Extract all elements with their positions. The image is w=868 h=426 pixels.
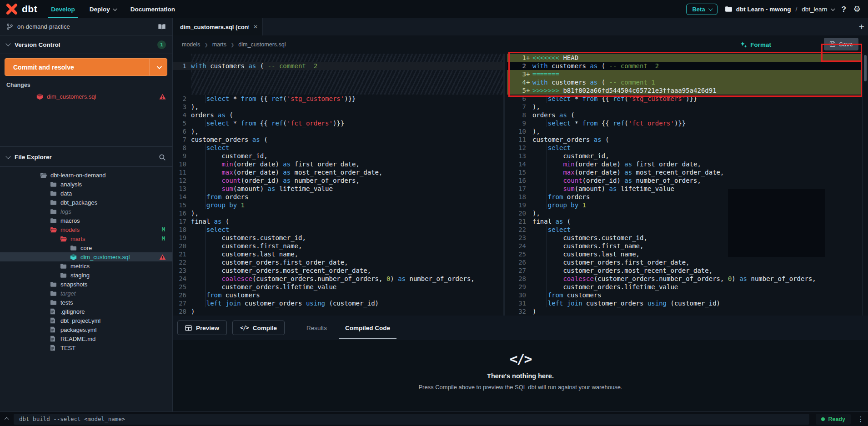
code-line-8[interactable]: 8orders as ( (507, 111, 862, 119)
code-line-12[interactable]: 12 select (507, 144, 862, 152)
code-line-5[interactable]: 5+>>>>>>> b81f802a66fd544504c65721e3ffaa… (507, 86, 862, 95)
expand-panel-button[interactable] (0, 417, 14, 421)
code-line-29[interactable]: 29 customer_orders.lifetime_value (507, 283, 862, 291)
code-line-13[interactable]: 13 customer_id, (507, 152, 862, 160)
code-line-27[interactable]: 27 customer_orders.most_recent_order_dat… (507, 266, 862, 275)
code-line-17[interactable]: 17final as ( (173, 217, 503, 226)
code-line-6[interactable]: 6 select * from {{ ref('stg_customers')}… (507, 95, 862, 103)
breadcrumb-item[interactable]: marts (212, 41, 226, 48)
code-line-10[interactable]: 10 min(order_date) as first_order_date, (173, 160, 503, 168)
code-line-28[interactable]: 28) (173, 307, 503, 316)
tree-item-TEST[interactable]: TEST (0, 343, 172, 352)
code-line-8[interactable]: 8 select (173, 144, 503, 152)
code-line-25[interactable]: 25 customer_orders.lifetime_value (173, 283, 503, 291)
tree-item-dbt_packages[interactable]: dbt_packages (0, 198, 172, 207)
code-line-11[interactable]: 11customer_orders as ( (507, 135, 862, 144)
tree-item-packages.yml[interactable]: packages.yml (0, 325, 172, 334)
code-line-7[interactable]: 7customer_orders as ( (173, 135, 503, 144)
code-line-1[interactable]: −1+<<<<<<< HEAD (507, 54, 862, 62)
code-line-14[interactable]: 14 from orders (173, 193, 503, 201)
kebab-menu-icon[interactable]: ⋮ (855, 415, 866, 423)
code-line-6[interactable]: 6), (173, 127, 503, 135)
code-line-9[interactable]: 9 customer_id, (173, 152, 503, 160)
fold-marker[interactable]: − (507, 54, 514, 62)
nav-item-develop[interactable]: Develop (44, 0, 82, 18)
gear-icon[interactable]: ⚙ (853, 5, 861, 13)
code-line-16[interactable]: 16), (173, 209, 503, 217)
tree-item-README.md[interactable]: README.md (0, 334, 172, 343)
file-explorer-section-header[interactable]: File Explorer (0, 146, 172, 167)
docs-book-icon[interactable] (158, 24, 166, 30)
editor-scrollbar[interactable] (862, 54, 868, 316)
account-project-switcher[interactable]: dbt Learn - mwong / dbt_learn (725, 6, 834, 13)
code-line-3[interactable]: 3), (173, 103, 503, 111)
code-line-19[interactable]: 19 customers.customer_id, (173, 234, 503, 242)
code-line-9[interactable]: 9 select * from {{ ref('fct_orders')}} (507, 119, 862, 127)
scrollbar-thumb[interactable] (864, 55, 867, 81)
panel-tab-compiled-code[interactable]: Compiled Code (336, 316, 399, 340)
code-line-4[interactable]: 4orders as ( (173, 111, 503, 119)
code-line-21[interactable]: 21 customers.last_name, (173, 250, 503, 258)
nav-item-documentation[interactable]: Documentation (123, 0, 182, 18)
code-line-1[interactable]: 1with customers as ( -- comment 2 (173, 62, 503, 70)
tree-item-marts[interactable]: marts M (0, 234, 172, 243)
tree-item-core[interactable]: core (0, 243, 172, 252)
tree-item-staging[interactable]: staging (0, 271, 172, 280)
code-line-4[interactable]: 4+with customers as ( -- comment 1 (507, 78, 862, 86)
new-tab-button[interactable]: + (859, 18, 864, 35)
close-icon[interactable]: ✕ (253, 24, 258, 30)
code-line-24[interactable]: 24 coalesce(customer_orders.number_of_or… (173, 275, 503, 283)
code-line-22[interactable]: 22 customer_orders.first_order_date, (173, 258, 503, 266)
tree-item-models[interactable]: models M (0, 225, 172, 234)
code-line-5[interactable]: 5 select * from {{ ref('fct_orders')}} (173, 119, 503, 127)
code-line-12[interactable]: 12 count(order_id) as number_of_orders, (173, 176, 503, 185)
beta-dropdown[interactable]: Beta (686, 4, 717, 15)
format-button[interactable]: Format (740, 39, 771, 50)
version-control-section-header[interactable]: Version Control 1 (0, 35, 172, 54)
code-line-10[interactable]: 10), (507, 127, 862, 135)
breadcrumb-item[interactable]: models (182, 41, 200, 48)
tree-item-snapshots[interactable]: snapshots (0, 280, 172, 289)
code-line-7[interactable]: 7), (507, 103, 862, 111)
tree-item-dim_customers.sql[interactable]: dim_customers.sql (0, 252, 172, 261)
compile-button[interactable]: </> Compile (232, 321, 285, 335)
code-line-27[interactable]: 27 left join customer_orders using (cust… (173, 299, 503, 307)
breadcrumb-item[interactable]: dim_customers.sql (238, 41, 286, 48)
code-line-2[interactable]: 2 select * from {{ ref('stg_customers')}… (173, 95, 503, 103)
code-line-26[interactable]: 26 customer_orders.first_order_date, (507, 258, 862, 266)
commit-and-resolve-button[interactable]: Commit and resolve (5, 58, 167, 76)
preview-button[interactable]: Preview (177, 321, 227, 335)
commit-options-dropdown[interactable] (150, 59, 167, 75)
code-line-3[interactable]: 3+======= (507, 70, 862, 78)
code-line-11[interactable]: 11 max(order_date) as most_recent_order_… (173, 168, 503, 176)
git-branch-row[interactable]: on-demand-practice (0, 18, 172, 35)
tab-dim-customers[interactable]: dim_customers.sql (confli... ✕ (173, 18, 263, 35)
code-line-23[interactable]: 23 customer_orders.most_recent_order_dat… (173, 266, 503, 275)
nav-item-deploy[interactable]: Deploy (82, 0, 123, 18)
tree-item-logs[interactable]: logs (0, 207, 172, 216)
code-line-31[interactable]: 31 left join customer_orders using (cust… (507, 299, 862, 307)
dbt-logo[interactable]: dbt (0, 3, 44, 15)
ide-status[interactable]: Ready (816, 414, 851, 425)
code-line-14[interactable]: 14 min(order_date) as first_order_date, (507, 160, 862, 168)
code-line-20[interactable]: 20 customers.first_name, (173, 242, 503, 250)
tree-item-metrics[interactable]: metrics (0, 261, 172, 271)
changed-file-row[interactable]: dim_customers.sql (0, 92, 172, 101)
tree-item-.gitignore[interactable]: .gitignore (0, 307, 172, 316)
panel-tab-results[interactable]: Results (297, 316, 336, 340)
tree-item-data[interactable]: data (0, 189, 172, 198)
help-icon[interactable]: ? (841, 5, 846, 13)
tree-item-tests[interactable]: tests (0, 298, 172, 307)
code-line-15[interactable]: 15 max(order_date) as most_recent_order_… (507, 168, 862, 176)
diff-pane-modified[interactable]: −1+<<<<<<< HEAD2with customers as ( -- c… (507, 54, 862, 316)
code-line-16[interactable]: 16 count(order_id) as number_of_orders, (507, 176, 862, 185)
tree-item-analysis[interactable]: analysis (0, 180, 172, 189)
tree-item-macros[interactable]: macros (0, 216, 172, 225)
diff-editor[interactable]: 1with customers as ( -- comment 22 selec… (173, 54, 868, 316)
diff-pane-original[interactable]: 1with customers as ( -- comment 22 selec… (173, 54, 505, 316)
dbt-command-input[interactable]: dbt build --select <model_name> (14, 414, 809, 425)
code-line-32[interactable]: 32) (507, 307, 862, 316)
code-line-2[interactable]: 2with customers as ( -- comment 2 (507, 62, 862, 70)
tree-item-target[interactable]: target (0, 289, 172, 298)
tree-item-dbt_project.yml[interactable]: dbt_project.yml (0, 316, 172, 325)
